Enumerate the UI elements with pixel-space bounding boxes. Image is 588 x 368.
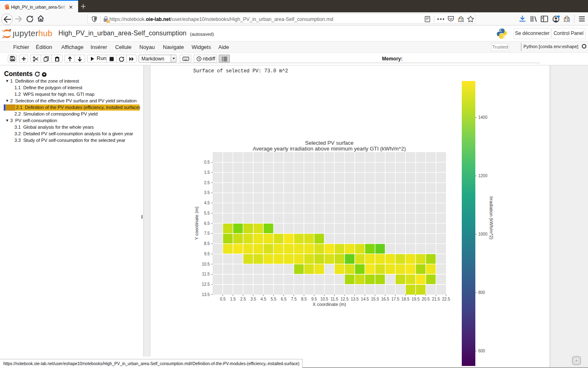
svg-text:18.5: 18.5 <box>401 297 410 301</box>
svg-text:3.5: 3.5 <box>250 297 256 301</box>
svg-text:8.5: 8.5 <box>301 297 307 301</box>
svg-text:800: 800 <box>478 290 485 295</box>
svg-text:1.5: 1.5 <box>230 297 236 301</box>
svg-text:Irradiation (kWh/m^2): Irradiation (kWh/m^2) <box>489 197 494 240</box>
svg-text:600: 600 <box>478 349 485 353</box>
svg-text:21.5: 21.5 <box>432 297 440 301</box>
svg-text:5.5: 5.5 <box>204 211 210 215</box>
svg-text:1.5: 1.5 <box>204 170 210 175</box>
svg-text:6.5: 6.5 <box>281 297 287 301</box>
svg-text:2.5: 2.5 <box>204 181 210 185</box>
svg-text:0.5: 0.5 <box>204 160 210 164</box>
svg-text:4.5: 4.5 <box>261 297 266 301</box>
svg-text:14.5: 14.5 <box>361 297 369 301</box>
svg-text:Selected PV surface: Selected PV surface <box>305 140 354 146</box>
svg-text:0.5: 0.5 <box>220 297 226 301</box>
svg-text:Average yearly irradiation abo: Average yearly irradiation above minimum… <box>253 146 406 152</box>
svg-text:22.5: 22.5 <box>442 297 450 301</box>
svg-text:8.5: 8.5 <box>204 241 210 246</box>
svg-text:9.5: 9.5 <box>204 252 210 256</box>
svg-text:17.5: 17.5 <box>391 297 400 301</box>
svg-text:3.5: 3.5 <box>204 190 210 195</box>
svg-text:19.5: 19.5 <box>412 297 420 301</box>
svg-text:1000: 1000 <box>478 232 488 236</box>
svg-text:7.5: 7.5 <box>204 231 210 236</box>
svg-text:2.5: 2.5 <box>240 297 246 301</box>
svg-text:X coordinate (m): X coordinate (m) <box>313 302 346 307</box>
svg-text:11.5: 11.5 <box>202 272 210 276</box>
svg-text:12.5: 12.5 <box>202 282 210 287</box>
svg-text:12.5: 12.5 <box>340 297 349 301</box>
svg-text:5.5: 5.5 <box>271 297 276 301</box>
svg-text:1200: 1200 <box>478 174 488 178</box>
svg-text:13.5: 13.5 <box>202 292 210 297</box>
svg-text:13.5: 13.5 <box>351 297 359 301</box>
svg-text:Y coordinate (m): Y coordinate (m) <box>194 206 199 240</box>
svg-text:4.5: 4.5 <box>204 201 210 205</box>
svg-text:9.5: 9.5 <box>311 297 317 301</box>
svg-text:15.5: 15.5 <box>371 297 379 301</box>
svg-text:1400: 1400 <box>478 115 488 120</box>
svg-text:6.5: 6.5 <box>204 221 210 226</box>
svg-text:16.5: 16.5 <box>381 297 389 301</box>
svg-text:20.5: 20.5 <box>422 297 430 301</box>
svg-text:10.5: 10.5 <box>320 297 329 301</box>
svg-text:11.5: 11.5 <box>331 297 338 301</box>
svg-text:10.5: 10.5 <box>202 262 210 266</box>
svg-text:7.5: 7.5 <box>291 297 297 301</box>
